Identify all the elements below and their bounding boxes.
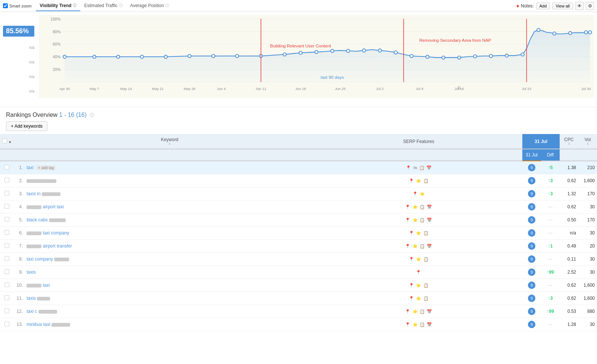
td-keyword-3[interactable]: taxis in	[24, 187, 315, 200]
td-pos-5: 9	[522, 214, 541, 227]
th-date: 31 Jul	[525, 139, 557, 144]
td-diff-3: ↑3	[541, 187, 560, 200]
td-keyword-9[interactable]: taxis	[24, 266, 315, 279]
td-checkbox-7[interactable]	[0, 240, 14, 253]
eye-icon[interactable]: 👁	[575, 2, 584, 10]
td-keyword-6[interactable]: taxi company	[24, 227, 315, 240]
th-sub-kw	[24, 149, 315, 161]
td-checkbox-13[interactable]	[0, 318, 14, 331]
td-pos-7: 9	[522, 240, 541, 253]
td-diff-1: ↑5	[541, 161, 560, 174]
td-keyword-10[interactable]: taxi	[24, 279, 315, 292]
td-cpc-11: 0.62	[560, 292, 578, 305]
tab-position[interactable]: Average Position ⓘ	[127, 1, 173, 11]
td-keyword-2[interactable]	[24, 174, 315, 187]
table-row: 7. airport transfer 📍 ⭐ 📋 📅 9 ↑1 0.49 20	[0, 240, 597, 253]
th-cpc[interactable]: CPC ⇕	[560, 134, 578, 149]
add-keywords-button[interactable]: + Add keywords	[6, 121, 47, 131]
td-keyword-5[interactable]: black cabs	[24, 214, 315, 227]
svg-point-22	[299, 51, 302, 54]
td-keyword-11[interactable]: taxis	[24, 292, 315, 305]
svg-point-36	[521, 53, 524, 56]
select-all-checkbox[interactable]	[2, 139, 7, 143]
svg-point-23	[315, 50, 318, 53]
tab-traffic[interactable]: Estimated Traffic ⓘ	[80, 1, 126, 11]
th-vol[interactable]: Vol ⇕	[578, 134, 597, 149]
svg-text:Jun 18: Jun 18	[295, 87, 306, 91]
svg-point-38	[553, 32, 556, 35]
td-keyword-13[interactable]: minibus taxi	[24, 318, 315, 331]
table-wrapper: ▼ Keyword ⇕ SERP Features 31 Jul CPC ⇕	[0, 134, 597, 331]
td-checkbox-5[interactable]	[0, 214, 14, 227]
smart-zoom-checkbox[interactable]	[3, 3, 8, 8]
td-checkbox-9[interactable]	[0, 266, 14, 279]
td-checkbox-3[interactable]	[0, 187, 14, 200]
svg-point-41	[588, 31, 591, 34]
keyword-sort-icon[interactable]: ⇕	[27, 142, 313, 146]
td-num-8: 8.	[14, 253, 24, 266]
svg-text:last 90 days: last 90 days	[321, 75, 344, 80]
td-cpc-3: 1.32	[560, 187, 578, 200]
td-checkbox-12[interactable]	[0, 305, 14, 318]
notes-add-button[interactable]: Add	[536, 3, 550, 9]
td-keyword-8[interactable]: taxi company	[24, 253, 315, 266]
td-cpc-6: n/a	[560, 227, 578, 240]
th-sub-num	[14, 149, 24, 161]
td-num-11: 11.	[14, 292, 24, 305]
th-sub-cpc2	[560, 149, 578, 161]
chart-main: 100% 80% 60% 40% 20%	[37, 12, 597, 107]
td-cpc-13: 1.28	[560, 318, 578, 331]
td-checkbox-10[interactable]	[0, 279, 14, 292]
td-checkbox-2[interactable]	[0, 174, 14, 187]
add-tag-1[interactable]: + add tag	[36, 165, 56, 170]
td-pos-10: 9	[522, 279, 541, 292]
th-number	[14, 134, 24, 149]
svg-point-27	[378, 49, 381, 52]
tab-visibility[interactable]: Visibility Trend ⓘ	[36, 1, 80, 11]
td-cpc-7: 0.49	[560, 240, 578, 253]
blurred-keyword-3	[42, 192, 60, 196]
td-keyword-7[interactable]: airport transfer	[24, 240, 315, 253]
table-row: 5. black cabs 📍 ⭐ 📋 📅 9 — 0.50 170	[0, 214, 597, 227]
td-checkbox-6[interactable]	[0, 227, 14, 240]
rankings-info-icon[interactable]: ⓘ	[90, 112, 94, 118]
traffic-info-icon[interactable]: ⓘ	[119, 3, 123, 8]
table-subheader-row: 31 Jul Diff	[0, 149, 597, 161]
smart-zoom[interactable]: Smart zoom	[3, 3, 31, 8]
td-serp-2: 📍 ⭐ 📋	[315, 174, 522, 187]
visibility-info-icon[interactable]: ⓘ	[73, 3, 77, 8]
td-vol-13: 30	[578, 318, 597, 331]
th-sort-arrow[interactable]: ▼	[8, 140, 12, 144]
notes-label: ◆ Notes:	[516, 3, 534, 9]
td-vol-7: 20	[578, 240, 597, 253]
td-cpc-4: 0.62	[560, 200, 578, 214]
th-checkbox: ▼	[0, 134, 14, 149]
td-vol-12: 880	[578, 305, 597, 318]
td-serp-5: 📍 ⭐ 📋 📅	[315, 214, 522, 227]
svg-text:Building Relevant User Content: Building Relevant User Content	[270, 43, 332, 48]
td-checkbox-8[interactable]	[0, 253, 14, 266]
svg-point-34	[489, 55, 492, 57]
td-serp-1: 📍 🛍 📋 📅	[315, 161, 522, 174]
td-keyword-4[interactable]: airport taxi	[24, 200, 315, 214]
td-keyword-1[interactable]: taxi + add tag	[24, 161, 315, 174]
td-checkbox-11[interactable]	[0, 292, 14, 305]
rankings-table: ▼ Keyword ⇕ SERP Features 31 Jul CPC ⇕	[0, 134, 597, 331]
side-label-4: n/a	[3, 89, 34, 93]
td-serp-13: 📍 ⭐ 📋 📅	[315, 318, 522, 331]
td-checkbox-1[interactable]	[0, 161, 14, 174]
gear-icon[interactable]: ⚙	[586, 2, 594, 10]
td-vol-4: 30	[578, 200, 597, 214]
svg-text:Jul 9: Jul 9	[416, 87, 423, 91]
svg-text:Jul 30: Jul 30	[581, 87, 591, 91]
svg-text:May 7: May 7	[90, 87, 99, 91]
chart-left: 85.56% n/a n/a n/a n/a	[0, 12, 37, 107]
td-keyword-12[interactable]: taxi c	[24, 305, 315, 318]
header-right: ◆ Notes: Add View all 👁 ⚙	[516, 2, 594, 10]
notes-viewall-button[interactable]: View all	[552, 3, 573, 9]
svg-text:Apr 30: Apr 30	[59, 87, 70, 91]
th-keyword[interactable]: Keyword ⇕	[24, 134, 315, 149]
position-info-icon[interactable]: ⓘ	[165, 3, 169, 8]
td-checkbox-4[interactable]	[0, 200, 14, 214]
side-label-2: n/a	[3, 60, 34, 64]
